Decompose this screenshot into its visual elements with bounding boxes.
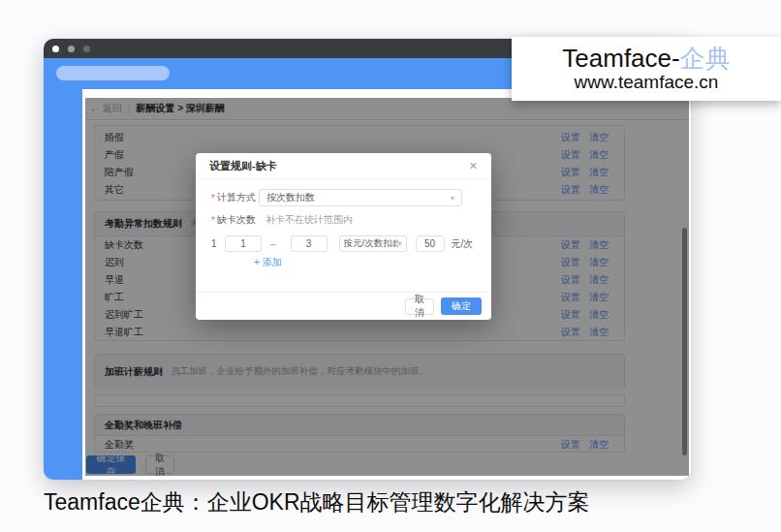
brand-box: Teamface-企典 www.teamface.cn: [512, 37, 781, 101]
app-sidebar: [44, 89, 82, 480]
plus-icon: +: [254, 257, 260, 267]
dialog-header: 设置规则-缺卡 ✕: [196, 153, 491, 179]
chevron-down-icon: ▾: [451, 194, 454, 203]
calc-method-label: 计算方式: [217, 191, 256, 204]
calc-method-value: 按次数扣数: [266, 191, 315, 204]
missing-times-hint: 补卡不在统计范围内: [266, 213, 353, 227]
address-bar-pill: [56, 66, 170, 80]
deduct-method-select[interactable]: 按元/次数扣款 ▾: [339, 235, 407, 252]
window-minimize-dot-icon[interactable]: [68, 46, 75, 52]
amount-input[interactable]: [416, 235, 445, 252]
brand-title: Teamface-企典: [562, 45, 730, 73]
rule-row: 1 – 按元/次数扣款 ▾ 元/次: [211, 235, 473, 252]
dialog-confirm-button[interactable]: 确定: [441, 297, 482, 315]
close-icon[interactable]: ✕: [469, 161, 478, 172]
missing-times-field: *缺卡次数 补卡不在统计范围内: [211, 213, 353, 227]
add-rule-link[interactable]: + 添加: [254, 256, 282, 269]
calc-method-field: *计算方式 按次数扣数 ▾: [211, 189, 462, 206]
required-mark: *: [211, 215, 215, 226]
rule-index: 1: [211, 238, 219, 249]
dialog-footer: 取消 确定: [196, 292, 491, 320]
dialog-cancel-button[interactable]: 取消: [405, 298, 434, 315]
window-zoom-dot-icon[interactable]: [83, 46, 90, 52]
brand-url: www.teamface.cn: [575, 72, 719, 93]
dialog-title: 设置规则-缺卡: [209, 159, 277, 173]
brand-title-accent: 企典: [680, 44, 731, 73]
window-close-dot-icon[interactable]: [52, 46, 59, 52]
chevron-down-icon: ▾: [398, 239, 402, 248]
range-to-input[interactable]: [291, 235, 328, 252]
set-rule-dialog: 设置规则-缺卡 ✕ *计算方式 按次数扣数 ▾ *缺卡次数 补卡不在统计范围内 …: [196, 153, 491, 320]
required-mark: *: [211, 193, 215, 203]
caption-text: Teamface企典：企业OKR战略目标管理数字化解决方案: [44, 487, 590, 517]
deduct-method-value: 按元/次数扣款: [344, 237, 398, 250]
amount-unit: 元/次: [452, 237, 474, 251]
marketing-canvas: ← 返回 | 薪酬设置 > 深圳薪酬 婚假 设置清空 产假 设置清空: [0, 0, 781, 532]
calc-method-select[interactable]: 按次数扣数 ▾: [259, 189, 462, 206]
missing-times-label: 缺卡次数: [217, 213, 256, 227]
range-from-input[interactable]: [225, 235, 262, 252]
range-separator: –: [270, 238, 276, 249]
